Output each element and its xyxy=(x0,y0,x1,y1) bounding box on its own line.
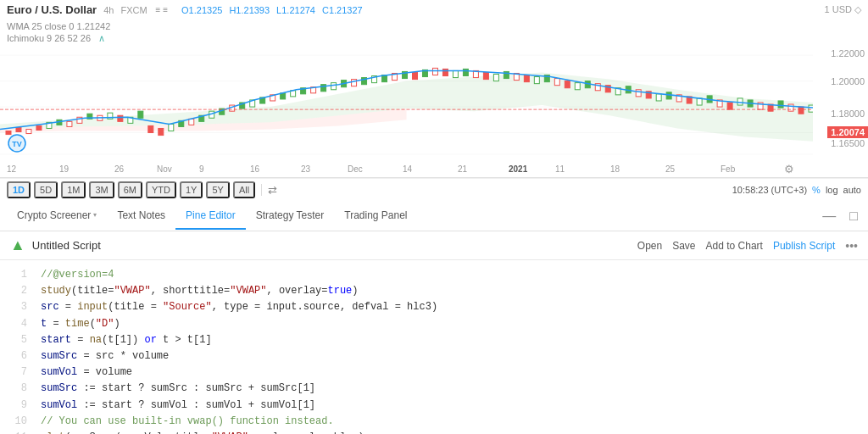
time-label-11: 11 xyxy=(555,164,565,174)
time-label-21: 21 xyxy=(458,164,467,174)
code-editor[interactable]: 1 //@version=4 2 study(title="VWAP", sho… xyxy=(0,260,868,434)
svg-rect-166 xyxy=(809,105,813,112)
time-label-26: 26 xyxy=(114,164,124,174)
script-panel: ▲ Untitled Script Open Save Add to Chart… xyxy=(0,231,868,434)
period-3m[interactable]: 3M xyxy=(89,181,114,198)
script-title: Untitled Script xyxy=(32,239,101,252)
more-options-button[interactable]: ••• xyxy=(845,239,858,253)
ichimoku-toggle[interactable]: ∧ xyxy=(98,33,105,43)
svg-text:TV: TV xyxy=(12,140,22,148)
price-open: O1.21325 xyxy=(181,5,222,15)
time-axis: 12 19 26 Nov 9 16 23 Dec 14 21 2021 11 1… xyxy=(0,160,813,177)
svg-rect-104 xyxy=(493,74,498,81)
time-label-2021: 2021 xyxy=(509,164,527,174)
svg-rect-112 xyxy=(534,77,539,84)
usd-label: 1 USD ◇ xyxy=(825,4,861,15)
svg-rect-88 xyxy=(412,72,417,79)
svg-rect-96 xyxy=(453,70,458,77)
save-button[interactable]: Save xyxy=(672,240,695,252)
code-line-10: 10 // You can use built-in vwap() functi… xyxy=(0,414,868,430)
svg-rect-144 xyxy=(697,98,702,105)
svg-rect-10 xyxy=(16,127,21,131)
time-label-dec: Dec xyxy=(348,164,363,174)
code-line-8: 8 sumSrc := start ? sumSrc : sumSrc + su… xyxy=(0,381,868,397)
time-label-nov: Nov xyxy=(157,164,172,174)
tabs-right-controls: — □ xyxy=(819,207,861,225)
tabs-bar: Crypto Screener ▾ Text Notes Pine Editor… xyxy=(0,201,868,231)
time-label-feb: Feb xyxy=(721,164,735,174)
period-ytd[interactable]: YTD xyxy=(146,181,176,198)
script-actions: Open Save Add to Chart Publish Script ••… xyxy=(637,239,858,253)
tab-strategy-tester-label: Strategy Tester xyxy=(256,209,324,221)
svg-rect-94 xyxy=(442,69,448,75)
svg-rect-20 xyxy=(67,121,72,126)
tab-trading-panel-label: Trading Panel xyxy=(344,209,407,221)
svg-rect-44 xyxy=(189,119,194,125)
chart-exchange: FXCM xyxy=(120,5,147,15)
tab-pine-editor-label: Pine Editor xyxy=(186,209,236,221)
add-to-chart-button[interactable]: Add to Chart xyxy=(706,240,763,252)
time-label-19: 19 xyxy=(59,164,69,174)
svg-rect-14 xyxy=(36,125,42,130)
period-1y[interactable]: 1Y xyxy=(180,181,203,198)
svg-rect-160 xyxy=(778,101,783,108)
code-line-3: 3 src = input(title = "Source", type = i… xyxy=(0,299,868,315)
time-label-12: 12 xyxy=(7,164,16,174)
time-display: 10:58:23 (UTC+3) xyxy=(732,185,807,195)
period-5y[interactable]: 5Y xyxy=(206,181,229,198)
period-5d[interactable]: 5D xyxy=(34,181,58,198)
tab-pine-editor[interactable]: Pine Editor xyxy=(175,203,246,230)
svg-rect-118 xyxy=(565,81,570,88)
open-button[interactable]: Open xyxy=(637,240,662,252)
expand-icon[interactable]: ≡ ≡ xyxy=(156,5,168,14)
chart-title: Euro / U.S. Dollar xyxy=(7,3,97,16)
wma-indicator: WMA 25 close 0 1.21242 xyxy=(0,19,868,33)
svg-rect-150 xyxy=(727,103,732,109)
price-level-4: 1.16500 xyxy=(817,138,868,148)
svg-rect-30 xyxy=(118,115,123,121)
svg-rect-92 xyxy=(432,68,437,75)
tab-text-notes[interactable]: Text Notes xyxy=(107,203,175,230)
compare-icon[interactable]: ⇄ xyxy=(268,184,277,197)
svg-rect-36 xyxy=(148,125,153,132)
price-close: C1.21327 xyxy=(322,5,363,15)
minimize-button[interactable]: — xyxy=(819,207,839,225)
maximize-button[interactable]: □ xyxy=(846,207,861,225)
period-1d[interactable]: 1D xyxy=(7,181,31,198)
time-label-25: 25 xyxy=(665,164,675,174)
crypto-screener-dropdown-arrow: ▾ xyxy=(93,211,97,219)
chart-settings-icon[interactable]: ⚙ xyxy=(784,163,794,175)
pine-script-icon: ▲ xyxy=(10,236,25,254)
log-label[interactable]: log xyxy=(826,185,838,195)
price-level-3: 1.18000 xyxy=(817,108,868,119)
svg-rect-110 xyxy=(524,75,529,82)
pct-label[interactable]: % xyxy=(812,185,821,195)
chart-canvas[interactable] xyxy=(0,47,813,159)
period-6m[interactable]: 6M xyxy=(118,181,142,198)
tab-strategy-tester[interactable]: Strategy Tester xyxy=(246,203,334,230)
current-price-label: 1.20074 xyxy=(827,126,868,138)
time-label-9: 9 xyxy=(199,164,204,174)
svg-rect-40 xyxy=(169,124,174,131)
svg-rect-164 xyxy=(798,107,804,114)
tab-trading-panel[interactable]: Trading Panel xyxy=(334,203,417,230)
chart-header: Euro / U.S. Dollar 4h FXCM ≡ ≡ O1.21325 … xyxy=(0,0,868,19)
svg-rect-132 xyxy=(636,90,641,97)
price-level-2: 1.20000 xyxy=(817,76,868,86)
code-line-5: 5 start = na(t[1]) or t > t[1] xyxy=(0,332,868,348)
period-1m[interactable]: 1M xyxy=(61,181,86,198)
ichimoku-label: Ichimoku 9 26 52 26 xyxy=(7,33,91,43)
code-line-4: 4 t = time("D") xyxy=(0,316,868,332)
period-all[interactable]: All xyxy=(233,181,255,198)
chart-container: Euro / U.S. Dollar 4h FXCM ≡ ≡ O1.21325 … xyxy=(0,0,868,178)
code-line-1: 1 //@version=4 xyxy=(0,267,868,283)
time-label-16: 16 xyxy=(250,164,259,174)
code-line-6: 6 sumSrc = src * volume xyxy=(0,348,868,364)
time-label-18: 18 xyxy=(610,164,620,174)
tab-crypto-screener-label: Crypto Screener xyxy=(17,209,91,221)
auto-label[interactable]: auto xyxy=(843,185,861,195)
time-label-23: 23 xyxy=(301,164,310,174)
price-high: H1.21393 xyxy=(229,5,270,15)
publish-script-button[interactable]: Publish Script xyxy=(773,240,835,252)
tab-crypto-screener[interactable]: Crypto Screener ▾ xyxy=(7,203,107,230)
